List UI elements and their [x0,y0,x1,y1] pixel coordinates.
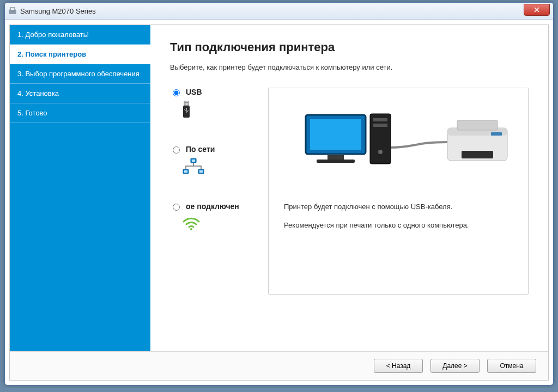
radio-network[interactable] [173,146,180,154]
description-panel: Принтер будет подключен с помощью USB-ка… [268,88,529,295]
svg-rect-3 [184,101,189,106]
option-wireless: ое подключен [170,202,252,232]
next-button-label: Далее > [442,362,468,370]
panel-line-2: Рекомендуется при печати только с одного… [284,220,513,231]
svg-rect-21 [373,124,387,127]
client-area: 1. Добро пожаловать! 2. Поиск принтеров … [9,24,549,381]
page-heading: Тип подключения принтера [170,40,529,54]
svg-rect-4 [185,102,186,103]
back-button-label: < Назад [386,362,411,370]
step-label: 5. Готово [17,109,47,117]
svg-rect-11 [184,170,187,173]
step-search-printers[interactable]: 2. Поиск принтеров [10,45,150,64]
wizard-footer: < Назад Далее > Отмена [10,351,548,380]
option-usb: USB [170,88,252,121]
option-usb-label: USB [186,88,202,96]
step-software[interactable]: 3. Выбор программного обеспечения [10,64,150,84]
radio-wireless[interactable] [173,204,180,211]
network-icon [182,158,205,178]
svg-point-22 [378,150,383,154]
svg-rect-27 [491,132,502,136]
page-subtitle: Выберите, как принтер будет подключаться… [170,63,529,71]
next-button[interactable]: Далее > [430,359,480,373]
installer-window: Samsung M2070 Series 1. Добро пожаловать… [4,2,554,385]
panel-line-1: Принтер будет подключен с помощью USB-ка… [284,201,513,212]
svg-rect-25 [457,120,498,130]
svg-rect-5 [187,102,188,103]
option-wireless-row[interactable]: ое подключен [170,202,239,211]
usb-icon [182,101,191,121]
step-label: 1. Добро пожаловать! [17,30,89,39]
wizard-sidebar: 1. Добро пожаловать! 2. Поиск принтеров … [10,25,150,351]
step-label: 4. Установка [17,89,59,97]
step-finish[interactable]: 5. Готово [10,103,150,123]
step-label: 3. Выбор программного обеспечения [17,70,140,78]
option-network-label: По сети [186,145,215,154]
radio-usb[interactable] [173,89,180,96]
option-network: По сети [170,145,252,178]
connection-options: USB [170,88,252,232]
step-install[interactable]: 4. Установка [10,84,150,103]
titlebar: Samsung M2070 Series [5,3,553,20]
svg-rect-16 [310,119,361,150]
option-network-row[interactable]: По сети [170,145,215,154]
option-wireless-label: ое подключен [186,202,239,211]
content-row: USB [170,88,529,295]
body: 1. Добро пожаловать! 2. Поиск принтеров … [10,25,548,351]
cancel-button-label: Отмена [500,362,523,370]
cancel-button[interactable]: Отмена [487,359,536,373]
svg-rect-9 [192,160,195,162]
svg-rect-13 [199,170,203,173]
main-panel: Тип подключения принтера Выберите, как п… [150,25,548,351]
back-button[interactable]: < Назад [374,359,423,373]
svg-rect-18 [317,160,355,163]
step-label: 2. Поиск принтеров [17,50,86,58]
app-icon [8,7,17,15]
close-button[interactable] [524,4,550,16]
wifi-icon [182,215,201,232]
svg-point-14 [190,228,192,230]
svg-rect-17 [327,155,344,160]
usb-connection-illustration [284,101,513,188]
svg-rect-20 [373,118,387,121]
svg-rect-26 [462,151,493,158]
window-title: Samsung M2070 Series [20,7,96,15]
option-usb-row[interactable]: USB [170,88,202,96]
svg-rect-1 [10,8,15,10]
svg-rect-2 [10,11,15,13]
step-welcome[interactable]: 1. Добро пожаловать! [10,25,150,45]
